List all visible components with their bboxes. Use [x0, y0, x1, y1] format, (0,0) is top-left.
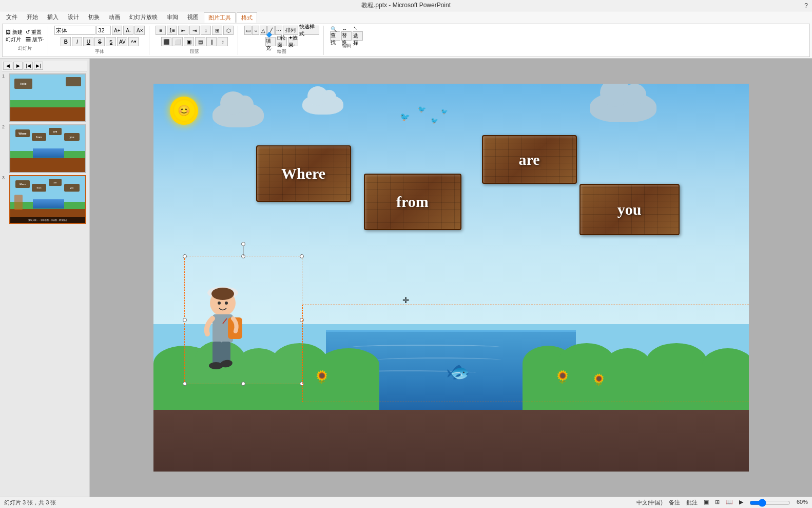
col-count-btn[interactable]: ∥ — [206, 37, 217, 46]
italic-btn[interactable]: I — [72, 37, 82, 46]
font-size-input[interactable] — [96, 26, 111, 35]
nav-prev-btn[interactable]: ◀ — [3, 62, 12, 70]
tab-review[interactable]: 审阅 — [163, 12, 182, 23]
brick-block-from[interactable]: from — [364, 174, 461, 230]
editing-group-label: 编辑 — [342, 43, 351, 49]
brick-block-where[interactable]: Where — [256, 145, 351, 202]
select-btn[interactable]: ↖选择 — [353, 31, 363, 41]
handle-tl[interactable] — [183, 254, 187, 258]
zoom-slider[interactable] — [749, 499, 790, 507]
align-text-btn[interactable]: ⊞ — [212, 26, 222, 35]
tab-insert[interactable]: 插入 — [43, 12, 63, 23]
slide-3-number: 3 — [2, 175, 8, 180]
ribbon-group-slide: 🖼 新建幻灯片 ↺ 重置☰ 版节· 幻灯片 — [6, 26, 48, 55]
ribbon-content: 🖼 新建幻灯片 ↺ 重置☰ 版节· 幻灯片 A+ A- A× B I U — [2, 24, 810, 57]
clear-format[interactable]: A× — [134, 26, 145, 35]
nav-last-btn[interactable]: ▶| — [34, 62, 43, 70]
handle-br[interactable] — [300, 382, 304, 386]
shape-circle-btn[interactable]: ○ — [252, 26, 259, 35]
shadow-btn[interactable]: S̲ — [106, 37, 116, 46]
font-color-btn[interactable]: A▾ — [128, 37, 139, 46]
cursor-indicator: ✛ — [402, 295, 409, 305]
tab-view[interactable]: 视图 — [183, 12, 203, 23]
align-left-btn[interactable]: ⬛ — [161, 37, 171, 46]
ribbon-tabs: 文件 开始 插入 设计 切换 动画 幻灯片放映 审阅 视图 图片工具 格式 — [2, 12, 810, 23]
title-bar: 教程.pptx - Microsoft PowerPoint ? — [0, 0, 812, 11]
font-size-increase[interactable]: A+ — [112, 26, 122, 35]
reset-btn[interactable]: ↺ 重置☰ 版节· — [26, 29, 44, 43]
main-area: ◀ ▶ |◀ ▶| 1 Hello 2 — [0, 59, 812, 497]
flower-2: 🌻 — [555, 370, 570, 384]
shape-outline-btn[interactable]: □轮廓· — [277, 37, 287, 46]
rotate-handle[interactable] — [241, 242, 245, 246]
bird-1: 🐦 — [400, 112, 410, 122]
slideshow-btn[interactable]: ▶ — [739, 499, 743, 507]
font-size-decrease[interactable]: A- — [123, 26, 133, 35]
nav-first-btn[interactable]: |◀ — [24, 62, 33, 70]
tab-slideshow[interactable]: 幻灯片放映 — [125, 12, 162, 23]
slide-1-thumb[interactable]: Hello — [9, 73, 86, 122]
slide-canvas-wrapper[interactable]: ☀ 😊 — [90, 59, 812, 497]
indent-less-btn[interactable]: ⇤ — [178, 26, 188, 35]
slide-canvas[interactable]: ☀ 😊 — [153, 84, 749, 472]
normal-view-btn[interactable]: ▣ — [704, 499, 709, 507]
tab-format[interactable]: 格式 — [237, 12, 257, 23]
shape-rect-btn[interactable]: ▭ — [244, 26, 252, 35]
slide-canvas-area: ☀ 😊 — [90, 59, 812, 497]
flower-3: 🌻 — [592, 373, 606, 387]
tab-transitions[interactable]: 切换 — [84, 12, 104, 23]
find-btn[interactable]: 🔍查找 — [330, 31, 340, 41]
tab-home[interactable]: 开始 — [23, 12, 42, 23]
bullets-btn[interactable]: ≡ — [156, 26, 166, 35]
brick-block-are[interactable]: are — [482, 135, 577, 184]
arrange-btn[interactable]: 排列 — [283, 26, 298, 35]
shape-effect-btn[interactable]: ✦效果· — [288, 37, 298, 46]
handle-right[interactable] — [300, 318, 304, 322]
numbering-btn[interactable]: 1≡ — [167, 26, 177, 35]
slide-nav: ◀ ▶ |◀ ▶| — [2, 61, 87, 71]
slide-3-thumb[interactable]: Where from are you 复制人物，一张静态图一张动图，两张重合 — [9, 175, 86, 224]
comments-btn[interactable]: 批注 — [686, 499, 698, 507]
handle-bl[interactable] — [183, 382, 187, 386]
flower-1: 🌻 — [314, 370, 330, 384]
replace-btn[interactable]: ↔替换 — [341, 31, 352, 41]
underline-btn[interactable]: U — [83, 37, 93, 46]
tab-design[interactable]: 设计 — [64, 12, 83, 23]
nav-next-btn[interactable]: ▶ — [13, 62, 23, 70]
reading-view-btn[interactable]: 📖 — [726, 499, 733, 507]
slide-2-thumb[interactable]: Where from are you — [9, 124, 86, 173]
tab-animations[interactable]: 动画 — [105, 12, 124, 23]
strikethrough-btn[interactable]: S — [94, 37, 105, 46]
handle-left[interactable] — [183, 318, 187, 322]
svg-point-4 — [218, 302, 221, 305]
svg-point-5 — [225, 302, 228, 305]
notes-btn[interactable]: 备注 — [669, 499, 680, 507]
rotate-line — [243, 245, 243, 256]
font-family-input[interactable] — [54, 26, 95, 35]
indent-more-btn[interactable]: ⇥ — [189, 26, 200, 35]
char-spacing-btn[interactable]: AV — [117, 37, 127, 46]
bold-btn[interactable]: B — [61, 37, 71, 46]
new-slide-btn[interactable]: 🖼 新建幻灯片 — [6, 29, 23, 43]
justify-btn[interactable]: ▤ — [195, 37, 205, 46]
drawing-group-label: 绘图 — [277, 48, 286, 55]
slide-sorter-btn[interactable]: ⊞ — [715, 499, 720, 507]
sun-face-emoji: 😊 — [178, 104, 190, 117]
language-status[interactable]: 中文(中国) — [636, 499, 663, 507]
text-dir-btn[interactable]: ↕ — [201, 26, 211, 35]
handle-bottom[interactable] — [241, 382, 245, 386]
align-center-btn[interactable]: ⬜ — [172, 37, 183, 46]
smartart-btn[interactable]: ⬡ — [223, 26, 234, 35]
help-button[interactable]: ? — [804, 2, 808, 9]
ribbon: 文件 开始 插入 设计 切换 动画 幻灯片放映 审阅 视图 图片工具 格式 🖼 … — [0, 11, 812, 59]
shape-fill-btn[interactable]: 🔷填充· — [265, 37, 276, 46]
shape-more-btn[interactable]: ⋯ — [275, 26, 282, 35]
brick-block-you[interactable]: you — [579, 184, 680, 235]
tab-file[interactable]: 文件 — [2, 12, 22, 23]
line-spacing-btn[interactable]: ↕ — [218, 37, 228, 46]
align-right-btn[interactable]: ▣ — [184, 37, 194, 46]
tab-picture-tools[interactable]: 图片工具 — [204, 12, 236, 23]
quick-styles-btn[interactable]: 快速样式 — [299, 26, 319, 35]
handle-tr[interactable] — [300, 254, 304, 258]
sun-face: 😊 — [173, 99, 196, 122]
